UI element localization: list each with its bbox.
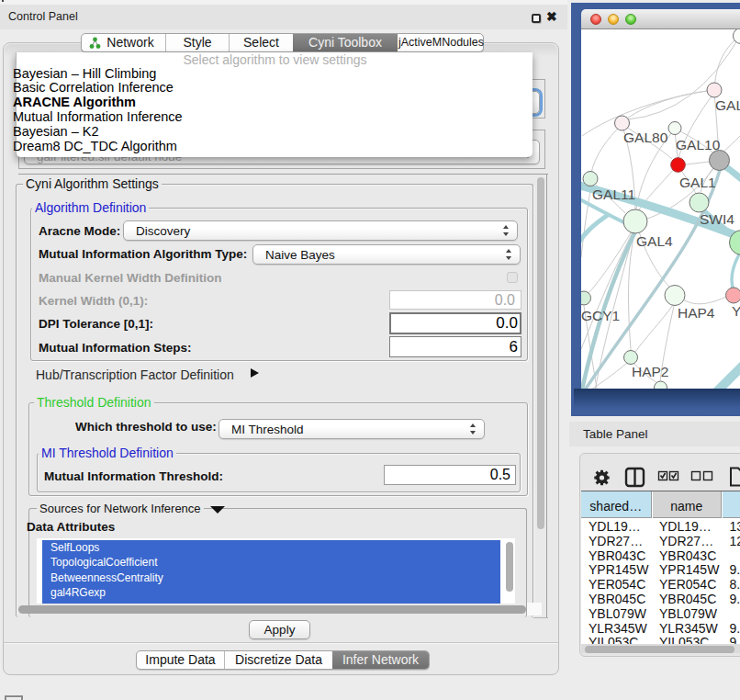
svg-text:GAL80: GAL80 bbox=[623, 130, 668, 145]
svg-text:GAL10: GAL10 bbox=[676, 137, 721, 152]
svg-text:HAP4: HAP4 bbox=[678, 305, 715, 321]
svg-text:GAL11: GAL11 bbox=[592, 186, 635, 202]
svg-text:SWI4: SWI4 bbox=[700, 211, 734, 227]
svg-text:GAL4: GAL4 bbox=[636, 233, 673, 249]
svg-text:Y: Y bbox=[732, 303, 740, 319]
svg-text:GCY1: GCY1 bbox=[581, 308, 620, 323]
svg-text:GAL: GAL bbox=[715, 97, 740, 113]
svg-text:HAP2: HAP2 bbox=[632, 364, 669, 379]
svg-text:GAL1: GAL1 bbox=[679, 175, 716, 190]
